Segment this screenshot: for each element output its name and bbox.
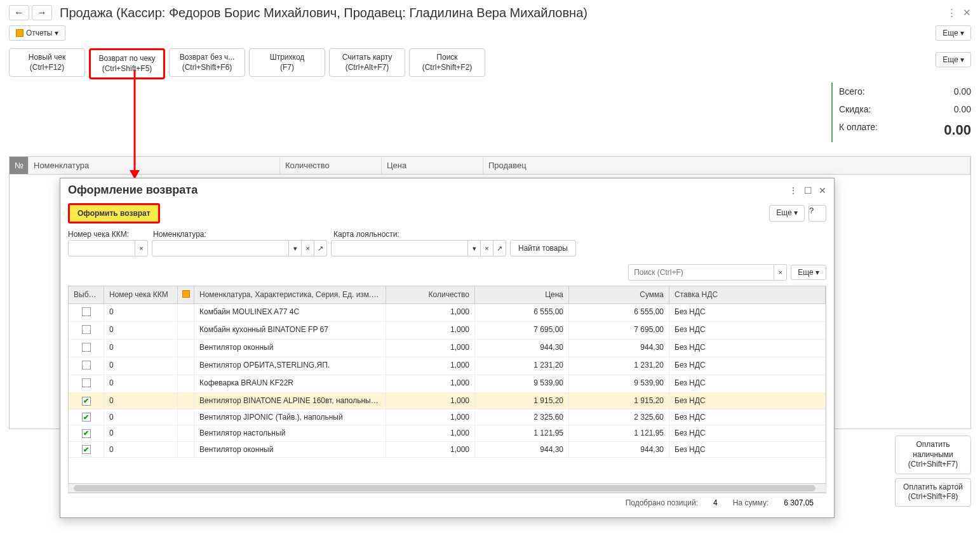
- action-button-2[interactable]: Возврат без ч...(Ctrl+Shift+F6): [169, 48, 245, 77]
- totals-block: Всего:0.00 Скидка:0.00 К оплате:0.00: [831, 83, 971, 142]
- nav-back-button[interactable]: ←: [9, 5, 29, 20]
- action-button-3[interactable]: Штрихкод(F7): [249, 48, 325, 77]
- table-row[interactable]: 0Вентилятор оконный1,000944,30944,30Без …: [69, 442, 826, 458]
- table-row[interactable]: 0Кофеварка BRAUN KF22R1,0009 539,909 539…: [69, 375, 826, 393]
- cell-price: 7 695,00: [475, 322, 569, 339]
- table-row[interactable]: 0Вентилятор JIPONIC (Тайв.), напольный1,…: [69, 410, 826, 426]
- cell-vat: Без НДС: [669, 357, 826, 375]
- col-vat[interactable]: Ставка НДС: [669, 286, 826, 303]
- table-more-button[interactable]: Еще ▾: [791, 265, 826, 280]
- col-quantity: Количество: [280, 157, 382, 174]
- table-row[interactable]: 0Вентилятор BINATONE ALPINE 160вт, напол…: [69, 393, 826, 410]
- total-label: Всего:: [839, 86, 865, 97]
- loyalty-card-input[interactable]: [331, 240, 468, 256]
- col-qty[interactable]: Количество: [386, 286, 475, 303]
- row-checkbox[interactable]: [82, 361, 91, 370]
- modal-close-icon[interactable]: ✕: [819, 185, 826, 196]
- sum-label: На сумму:: [733, 498, 769, 507]
- cell-price: 2 325,60: [475, 410, 569, 425]
- nav-forward-button[interactable]: →: [32, 5, 52, 20]
- reports-label: Отчеты: [26, 29, 52, 37]
- find-items-button[interactable]: Найти товары: [510, 240, 576, 256]
- open-icon[interactable]: ↗: [493, 240, 506, 256]
- cell-icon: [178, 357, 194, 375]
- horizontal-scrollbar[interactable]: [68, 484, 826, 493]
- clear-icon[interactable]: ×: [135, 240, 148, 256]
- cell-nom: Кофеварка BRAUN KF22R: [194, 375, 386, 392]
- cell-nom: Вентилятор BINATONE ALPINE 160вт, наполь…: [194, 393, 386, 409]
- table-row[interactable]: 0Вентилятор оконный1,000944,30944,30Без …: [69, 340, 826, 357]
- row-checkbox[interactable]: [82, 378, 91, 387]
- row-checkbox[interactable]: [82, 429, 91, 438]
- col-price: Цена: [382, 157, 483, 174]
- modal-more-button[interactable]: Еще ▾: [769, 205, 805, 222]
- col-sum[interactable]: Сумма: [569, 286, 669, 303]
- action-button-4[interactable]: Считать карту(Ctrl+Alt+F7): [329, 48, 405, 77]
- clear-icon[interactable]: ×: [481, 240, 493, 256]
- cell-icon: [178, 410, 194, 425]
- chevron-down-icon[interactable]: ▾: [289, 240, 302, 256]
- row-checkbox[interactable]: [82, 307, 91, 316]
- discount-value: 0.00: [954, 104, 971, 114]
- open-icon[interactable]: ↗: [314, 240, 327, 256]
- menu-icon[interactable]: ⋮: [947, 7, 957, 18]
- cell-kkm: 0: [104, 375, 178, 392]
- cell-nom: Вентилятор оконный: [194, 340, 386, 357]
- col-icon[interactable]: [178, 286, 194, 303]
- pay-cash-button[interactable]: Оплатить наличными (Ctrl+Shift+F7): [895, 436, 971, 474]
- cell-sum: 2 325,60: [569, 410, 669, 425]
- action-button-0[interactable]: Новый чек(Ctrl+F12): [9, 48, 85, 77]
- col-kkm[interactable]: Номер чека ККМ: [104, 286, 178, 303]
- chevron-down-icon: ▾: [55, 29, 58, 37]
- pay-card-button[interactable]: Оплатить картой (Ctrl+Shift+F8): [895, 478, 971, 507]
- more-button-top[interactable]: Еще ▾: [936, 25, 971, 41]
- chevron-down-icon[interactable]: ▾: [468, 240, 481, 256]
- modal-maximize-icon[interactable]: ☐: [804, 185, 812, 196]
- kkm-number-input[interactable]: [68, 240, 135, 256]
- col-price[interactable]: Цена: [475, 286, 569, 303]
- modal-menu-icon[interactable]: ⋮: [789, 185, 798, 196]
- table-row[interactable]: 0Комбайн MOULINEX A77 4C1,0006 555,006 5…: [69, 304, 826, 322]
- row-checkbox[interactable]: [82, 445, 91, 454]
- cell-qty: 1,000: [386, 357, 475, 375]
- col-seller: Продавец: [483, 157, 970, 174]
- return-modal: Оформление возврата ⋮ ☐ ✕ Оформить возвр…: [60, 178, 835, 518]
- clear-icon[interactable]: ×: [302, 240, 314, 256]
- col-num: №: [10, 157, 29, 174]
- nomenclature-input[interactable]: [152, 240, 289, 256]
- cell-vat: Без НДС: [669, 442, 826, 458]
- col-nom[interactable]: Номенклатура, Характеристика, Серия, Ед.…: [194, 286, 386, 303]
- cell-qty: 1,000: [386, 442, 475, 458]
- search-input[interactable]: [628, 264, 774, 281]
- loyalty-filter-label: Карта лояльности:: [333, 230, 510, 239]
- table-row[interactable]: 0Вентилятор ОРБИТА,STERLING,ЯП.1,0001 23…: [69, 357, 826, 375]
- cell-vat: Без НДС: [669, 393, 826, 409]
- cell-qty: 1,000: [386, 375, 475, 392]
- clear-search-icon[interactable]: ×: [774, 264, 787, 281]
- row-checkbox[interactable]: [82, 343, 91, 352]
- close-icon[interactable]: ✕: [963, 7, 971, 18]
- table-row[interactable]: 0Комбайн кухонный BINATONE FP 671,0007 6…: [69, 322, 826, 340]
- more-button-actions[interactable]: Еще ▾: [936, 52, 971, 67]
- help-button[interactable]: ?: [809, 205, 826, 222]
- positions-count-label: Подобрано позиций:: [626, 498, 698, 507]
- row-checkbox[interactable]: [82, 397, 91, 406]
- cell-sum: 944,30: [569, 340, 669, 357]
- cell-sum: 7 695,00: [569, 322, 669, 339]
- reports-button[interactable]: Отчеты ▾: [9, 25, 65, 41]
- action-button-1[interactable]: Возврат по чеку(Ctrl+Shift+F5): [89, 48, 165, 79]
- row-checkbox[interactable]: [82, 325, 91, 334]
- cell-icon: [178, 425, 194, 441]
- cell-sum: 944,30: [569, 442, 669, 458]
- col-selected[interactable]: Выбран: [69, 286, 104, 303]
- submit-return-button[interactable]: Оформить возврат: [68, 203, 160, 223]
- action-button-5[interactable]: Поиск(Ctrl+Shift+F2): [409, 48, 485, 77]
- nomenclature-filter-label: Номенклатура:: [153, 230, 330, 239]
- cell-kkm: 0: [104, 304, 178, 321]
- cell-icon: [178, 375, 194, 392]
- page-title: Продажа (Кассир: Федоров Борис Михайлови…: [60, 6, 587, 20]
- row-checkbox[interactable]: [82, 413, 91, 422]
- table-row[interactable]: 0Вентилятор настольный1,0001 121,951 121…: [69, 425, 826, 442]
- chevron-down-icon: ▾: [960, 55, 964, 64]
- topay-value: 0.00: [944, 122, 971, 138]
